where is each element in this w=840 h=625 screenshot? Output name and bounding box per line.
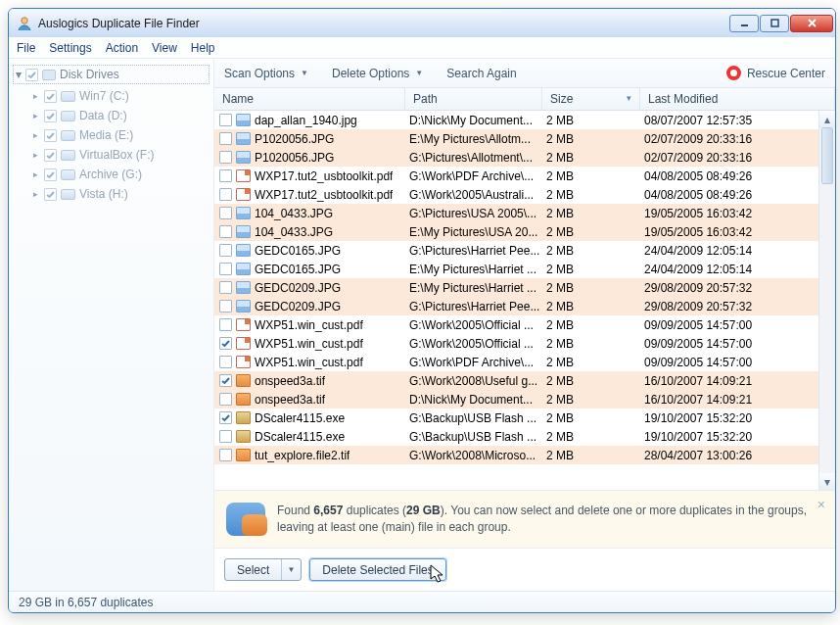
sidebar-item-drive[interactable]: ▸Media (E:) [30, 125, 210, 145]
row-checkbox[interactable] [219, 263, 232, 275]
tree-root-label: Disk Drives [60, 68, 119, 81]
header-last-modified[interactable]: Last Modified [640, 88, 835, 110]
menu-action[interactable]: Action [106, 41, 138, 55]
table-row[interactable]: WXP51.win_cust.pdfG:\Work\2005\Official … [214, 315, 818, 334]
file-img-icon [236, 207, 251, 219]
file-path: D:\Nick\My Document... [405, 114, 542, 127]
table-row[interactable]: WXP17.tut2_usbtoolkit.pdfG:\Work\PDF Arc… [214, 167, 818, 185]
menu-help[interactable]: Help [191, 41, 215, 55]
row-checkbox[interactable] [219, 132, 232, 145]
table-row[interactable]: P1020056.JPGG:\Pictures\Allotment\...2 M… [214, 148, 818, 167]
row-checkbox[interactable] [219, 374, 232, 387]
menu-settings[interactable]: Settings [49, 41, 91, 55]
select-button[interactable]: Select ▼ [224, 558, 302, 581]
delete-options-menu[interactable]: Delete Options▼ [332, 67, 423, 80]
minimize-button[interactable] [729, 15, 759, 32]
row-checkbox[interactable] [219, 449, 232, 461]
drive-icon [61, 91, 75, 102]
row-checkbox[interactable] [219, 151, 232, 164]
file-date: 28/04/2007 13:00:26 [640, 449, 818, 462]
sidebar-item-drive[interactable]: ▸Vista (H:) [30, 184, 210, 204]
titlebar[interactable]: Auslogics Duplicate File Finder [9, 9, 835, 37]
table-row[interactable]: GEDC0165.JPGE:\My Pictures\Harriet ...2 … [214, 260, 818, 278]
row-checkbox[interactable] [219, 393, 232, 406]
file-path: G:\Work\PDF Archive\... [405, 169, 542, 183]
drive-checkbox[interactable] [44, 168, 57, 181]
table-row[interactable]: dap_allan_1940.jpgD:\Nick\My Document...… [214, 111, 818, 129]
drive-checkbox[interactable] [44, 188, 57, 201]
file-name: GEDC0209.JPG [255, 300, 341, 313]
info-panel: Found 6,657 duplicates (29 GB). You can … [214, 490, 835, 548]
file-size: 2 MB [542, 263, 640, 276]
vertical-scrollbar[interactable]: ▴ ▾ [818, 111, 835, 490]
file-size: 2 MB [542, 356, 640, 369]
header-size[interactable]: Size▾ [542, 88, 640, 110]
table-row[interactable]: DScaler4115.exeG:\Backup\USB Flash ...2 … [214, 427, 818, 446]
menu-file[interactable]: File [17, 41, 35, 55]
table-row[interactable]: 104_0433.JPGG:\Pictures\USA 2005\...2 MB… [214, 204, 818, 222]
expand-icon[interactable]: ▸ [30, 169, 40, 179]
table-row[interactable]: GEDC0209.JPGG:\Pictures\Harriet Pee...2 … [214, 297, 818, 315]
close-button[interactable] [790, 15, 833, 32]
maximize-button[interactable] [760, 15, 789, 32]
row-checkbox[interactable] [219, 169, 232, 182]
row-checkbox[interactable] [219, 188, 232, 201]
table-row[interactable]: tut_explore.file2.tifG:\Work\2008\Micros… [214, 446, 818, 464]
scan-options-menu[interactable]: Scan Options▼ [224, 67, 308, 80]
select-dropdown[interactable]: ▼ [281, 559, 300, 580]
expand-icon[interactable]: ▸ [30, 130, 40, 140]
scroll-down-icon[interactable]: ▾ [819, 473, 836, 490]
table-row[interactable]: WXP17.tut2_usbtoolkit.pdfG:\Work\2005\Au… [214, 185, 818, 204]
menu-view[interactable]: View [152, 41, 177, 55]
row-checkbox[interactable] [219, 300, 232, 312]
sidebar-item-drive[interactable]: ▸Data (D:) [30, 106, 210, 125]
file-img-icon [236, 132, 251, 145]
row-checkbox[interactable] [219, 411, 232, 424]
table-row[interactable]: GEDC0165.JPGG:\Pictures\Harriet Pee...2 … [214, 241, 818, 260]
sidebar-item-drive[interactable]: ▸VirtualBox (F:) [30, 145, 210, 165]
row-checkbox[interactable] [219, 430, 232, 443]
header-path[interactable]: Path [405, 88, 542, 110]
table-row[interactable]: WXP51.win_cust.pdfG:\Work\PDF Archive\..… [214, 353, 818, 371]
table-row[interactable]: 104_0433.JPGE:\My Pictures\USA 20...2 MB… [214, 222, 818, 241]
header-name[interactable]: Name [214, 88, 405, 110]
expand-icon[interactable]: ▸ [30, 189, 40, 199]
row-checkbox[interactable] [219, 337, 232, 350]
scroll-thumb[interactable] [821, 127, 833, 184]
drive-checkbox[interactable] [44, 110, 57, 122]
rescue-center-link[interactable]: Rescue Center [726, 66, 825, 80]
expand-icon[interactable]: ▸ [30, 111, 40, 120]
drive-checkbox[interactable] [44, 129, 57, 142]
file-path: G:\Work\2008\Microso... [405, 449, 542, 462]
close-info-icon[interactable]: × [817, 497, 825, 512]
expand-icon[interactable]: ▸ [30, 150, 40, 160]
scroll-track[interactable] [819, 127, 835, 473]
expand-icon[interactable]: ▸ [30, 91, 40, 101]
delete-selected-files-button[interactable]: Delete Selected Files [309, 558, 445, 581]
row-checkbox[interactable] [219, 114, 232, 126]
table-row[interactable]: onspeed3a.tifG:\Work\2008\Useful g...2 M… [214, 371, 818, 390]
row-checkbox[interactable] [219, 356, 232, 368]
table-row[interactable]: onspeed3a.tifD:\Nick\My Document...2 MB1… [214, 390, 818, 409]
file-date: 19/10/2007 15:32:20 [640, 430, 818, 444]
tree-root-disk-drives[interactable]: ▾ Disk Drives [13, 65, 210, 84]
scroll-up-icon[interactable]: ▴ [819, 111, 836, 127]
sidebar-item-drive[interactable]: ▸Win7 (C:) [30, 86, 210, 106]
search-again-button[interactable]: Search Again [446, 67, 516, 80]
file-size: 2 MB [542, 169, 640, 183]
root-checkbox[interactable] [25, 69, 38, 81]
table-row[interactable]: P1020056.JPGE:\My Pictures\Allotm...2 MB… [214, 129, 818, 148]
sidebar-item-drive[interactable]: ▸Archive (G:) [30, 165, 210, 184]
file-name: onspeed3a.tif [255, 374, 325, 388]
table-row[interactable]: WXP51.win_cust.pdfG:\Work\2005\Official … [214, 334, 818, 353]
drive-checkbox[interactable] [44, 90, 57, 103]
row-checkbox[interactable] [219, 318, 232, 331]
row-checkbox[interactable] [219, 281, 232, 294]
row-checkbox[interactable] [219, 225, 232, 238]
table-row[interactable]: GEDC0209.JPGE:\My Pictures\Harriet ...2 … [214, 278, 818, 297]
table-row[interactable]: DScaler4115.exeG:\Backup\USB Flash ...2 … [214, 409, 818, 427]
collapse-icon[interactable]: ▾ [16, 68, 22, 81]
row-checkbox[interactable] [219, 207, 232, 219]
drive-checkbox[interactable] [44, 149, 57, 162]
row-checkbox[interactable] [219, 244, 232, 257]
